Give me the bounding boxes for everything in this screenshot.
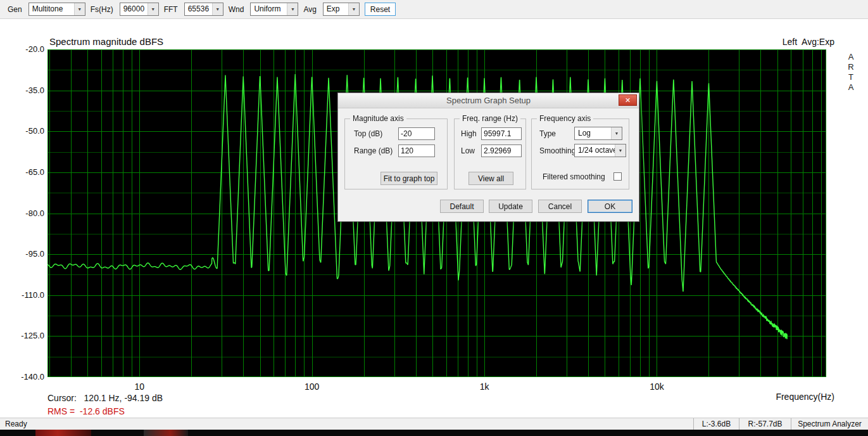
y-tick-label: -65.0 [0, 167, 44, 177]
chevron-down-icon: ▼ [74, 3, 85, 15]
dialog-title: Spectrum Graph Setup [446, 96, 531, 105]
status-left-level: L:-3.6dB [693, 418, 739, 430]
smoothing-label: Smoothing [539, 146, 576, 155]
chevron-down-icon: ▼ [287, 3, 298, 15]
y-tick-label: -20.0 [0, 44, 44, 54]
y-tick-label: -80.0 [0, 208, 44, 218]
chevron-down-icon: ▼ [615, 144, 626, 157]
range-db-field[interactable] [398, 144, 435, 157]
fft-label: FFT [164, 5, 178, 14]
fft-size-select[interactable]: 65536 ▼ [184, 3, 223, 16]
filtered-smoothing-label: Filtered smoothing [543, 172, 605, 181]
freq-range-legend: Freq. range (Hz) [460, 114, 520, 123]
y-axis: -20.0-35.0-50.0-65.0-80.0-95.0-110.0-125… [0, 20, 44, 413]
fit-to-graph-top-button[interactable]: Fit to graph top [381, 172, 437, 185]
view-all-button[interactable]: View all [469, 172, 513, 185]
y-tick-label: -125.0 [0, 331, 44, 340]
dialog-titlebar[interactable]: Spectrum Graph Setup ✕ [338, 93, 639, 108]
chart-title: Spectrum magnitude dBFS [49, 36, 163, 47]
x-tick-label: 1k [480, 382, 489, 392]
smoothing-select[interactable]: 1/24 octave ▼ [574, 144, 626, 157]
y-tick-label: -110.0 [0, 290, 44, 300]
close-icon[interactable]: ✕ [619, 94, 637, 106]
generator-select[interactable]: Multitone ▼ [28, 3, 85, 16]
gen-label: Gen [8, 5, 22, 14]
window-select[interactable]: Uniform ▼ [250, 3, 298, 16]
magnitude-axis-legend: Magnitude axis [350, 114, 406, 123]
y-tick-label: -140.0 [0, 372, 44, 382]
y-tick-label: -35.0 [0, 86, 44, 95]
cancel-button[interactable]: Cancel [538, 200, 582, 213]
status-mode: Spectrum Analyzer [791, 418, 868, 430]
update-button[interactable]: Update [489, 200, 532, 213]
window-value: Uniform [251, 3, 287, 15]
ok-button[interactable]: OK [588, 200, 632, 213]
top-db-label: Top (dB) [354, 129, 382, 138]
filtered-smoothing-checkbox[interactable] [613, 172, 622, 181]
taskbar-strip [0, 430, 868, 436]
arta-window: Gen Multitone ▼ Fs(Hz) 96000 ▼ FFT 65536… [0, 0, 868, 436]
frequency-axis-label: Frequency(Hz) [776, 392, 834, 402]
wnd-label: Wnd [229, 5, 244, 14]
spectrum-graph-setup-dialog: Spectrum Graph Setup ✕ Magnitude axis To… [337, 93, 639, 222]
avg-label: Avg [303, 5, 316, 14]
reset-button[interactable]: Reset [365, 3, 396, 16]
chevron-down-icon: ▼ [148, 3, 158, 15]
averaging-select[interactable]: Exp ▼ [323, 3, 360, 16]
type-label: Type [539, 129, 556, 138]
default-button[interactable]: Default [440, 200, 484, 213]
high-label: High [461, 129, 477, 138]
chevron-down-icon: ▼ [348, 3, 359, 15]
frequency-axis-group: Frequency axis Type Log ▼ Smoothing 1/24… [531, 119, 629, 189]
taskbar-fragment [35, 430, 91, 436]
x-tick-label: 10 [134, 382, 144, 392]
fft-size-value: 65536 [185, 3, 212, 15]
low-freq-field[interactable] [481, 144, 522, 157]
magnitude-axis-group: Magnitude axis Top (dB) Range (dB) Fit t… [344, 119, 448, 189]
sample-rate-value: 96000 [120, 3, 148, 15]
axis-type-select[interactable]: Log ▼ [574, 127, 622, 140]
frequency-axis-legend: Frequency axis [537, 114, 593, 123]
channel-avg-info: Left Avg:Exp [783, 37, 834, 47]
high-freq-field[interactable] [481, 127, 522, 140]
low-label: Low [461, 146, 475, 155]
generator-value: Multitone [29, 3, 74, 15]
arta-brand-label: A R T A [846, 52, 855, 93]
rms-readout: RMS = -12.6 dBFS [47, 406, 125, 416]
freq-range-group: Freq. range (Hz) High Low View all [454, 119, 526, 189]
y-tick-label: -50.0 [0, 126, 44, 136]
top-db-field[interactable] [398, 127, 435, 140]
chevron-down-icon: ▼ [611, 127, 622, 139]
status-bar: Ready L:-3.6dB R:-57.7dB Spectrum Analyz… [0, 418, 868, 430]
taskbar-fragment [144, 430, 188, 436]
y-tick-label: -95.0 [0, 249, 44, 259]
status-ready: Ready [0, 420, 693, 428]
status-right-level: R:-57.7dB [739, 418, 791, 430]
range-db-label: Range (dB) [354, 146, 393, 155]
averaging-value: Exp [324, 3, 348, 15]
axis-type-value: Log [575, 127, 611, 139]
x-tick-label: 100 [305, 382, 319, 392]
cursor-readout: Cursor: 120.1 Hz, -94.19 dB [47, 393, 163, 403]
x-tick-label: 10k [650, 382, 664, 392]
toolbar: Gen Multitone ▼ Fs(Hz) 96000 ▼ FFT 65536… [0, 0, 868, 19]
sample-rate-select[interactable]: 96000 ▼ [120, 3, 159, 16]
fs-label: Fs(Hz) [91, 5, 113, 14]
smoothing-value: 1/24 octave [575, 144, 615, 157]
chevron-down-icon: ▼ [212, 3, 223, 15]
